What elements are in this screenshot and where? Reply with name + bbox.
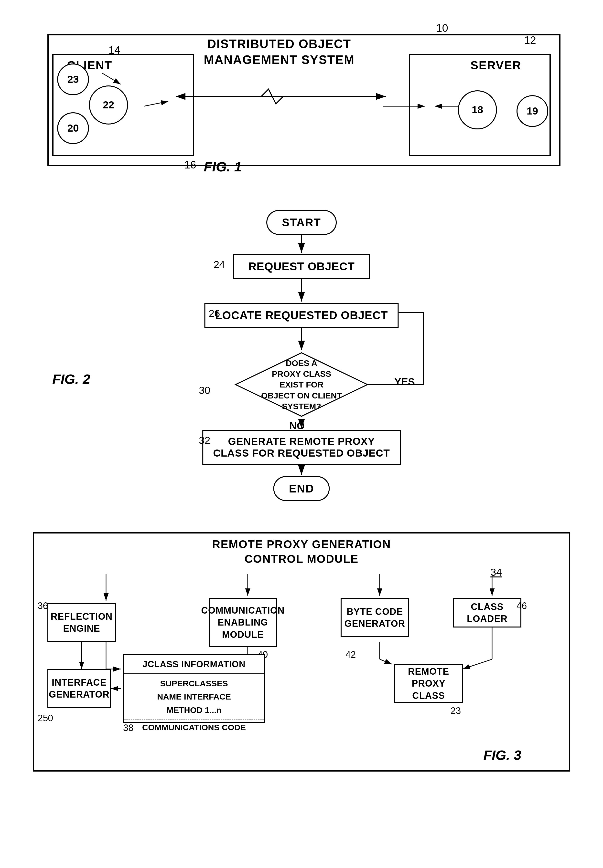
node-18: 18 <box>458 90 497 130</box>
fig1-container: 10 <box>33 15 570 181</box>
jclass-content: SUPERCLASSES NAME INTERFACE METHOD 1...n <box>124 674 264 720</box>
ref-14: 14 <box>108 44 121 56</box>
ref-36: 36 <box>38 601 48 611</box>
ref-24: 24 <box>213 259 225 271</box>
fig2-label: FIG. 2 <box>52 371 90 387</box>
remote-proxy-box: REMOTE PROXY CLASS <box>394 664 463 703</box>
ref-34: 34 <box>490 566 502 578</box>
node-19: 19 <box>516 95 548 127</box>
ref-42: 42 <box>345 649 356 660</box>
interface-gen-box: INTERFACE GENERATOR <box>47 669 111 708</box>
ref-16: 16 <box>184 159 196 171</box>
ref-30: 30 <box>199 385 210 396</box>
page: 10 <box>0 0 603 868</box>
node-23: 23 <box>57 63 89 95</box>
flow-end: END <box>273 476 329 501</box>
fig2-container: START REQUEST OBJECT 24 LOCATE REQUESTED… <box>33 200 570 493</box>
ref-250: 250 <box>38 713 53 723</box>
fig3-top-title: REMOTE PROXY GENERATION CONTROL MODULE <box>212 537 391 566</box>
fig3-label: FIG. 3 <box>483 747 521 763</box>
flow-diamond: DOES A PROXY CLASS EXIST FOR OBJECT ON C… <box>233 350 370 419</box>
flow-box-26: LOCATE REQUESTED OBJECT <box>204 303 399 328</box>
ref-10: 10 <box>436 22 448 34</box>
reflection-engine-box: REFLECTION ENGINE <box>47 603 116 642</box>
yes-label: YES <box>394 376 415 388</box>
ref-26: 26 <box>209 308 220 319</box>
flow-box-32: GENERATE REMOTE PROXY CLASS FOR REQUESTE… <box>202 430 401 465</box>
jclass-box: JCLASS INFORMATION SUPERCLASSES NAME INT… <box>123 654 265 723</box>
class-loader-box: CLASS LOADER <box>453 598 521 627</box>
diamond-text: DOES A PROXY CLASS EXIST FOR OBJECT ON C… <box>260 358 343 412</box>
flow-box-24: REQUEST OBJECT <box>233 254 370 279</box>
ref-12: 12 <box>524 34 536 46</box>
node-20: 20 <box>57 112 89 144</box>
ref-23: 23 <box>450 706 461 716</box>
fig3-outer-box <box>33 532 570 772</box>
doms-title: DISTRIBUTED OBJECT MANAGEMENT SYSTEM <box>204 36 354 68</box>
node-22: 22 <box>89 85 128 125</box>
jclass-title: JCLASS INFORMATION <box>124 655 264 674</box>
byte-code-box: BYTE CODE GENERATOR <box>340 598 409 637</box>
flow-start: START <box>266 210 337 235</box>
jclass-comm: COMMUNICATIONS CODE <box>124 720 264 735</box>
ref-46: 46 <box>516 601 527 611</box>
fig3-container: REMOTE PROXY GENERATION CONTROL MODULE 3… <box>33 513 570 781</box>
server-label: SERVER <box>470 59 521 72</box>
ref-38: 38 <box>123 723 133 733</box>
fig1-label: FIG. 1 <box>204 159 242 174</box>
ref-32: 32 <box>199 435 210 446</box>
comm-enabling-box: COMMUNICATION ENABLING MODULE <box>209 598 277 647</box>
